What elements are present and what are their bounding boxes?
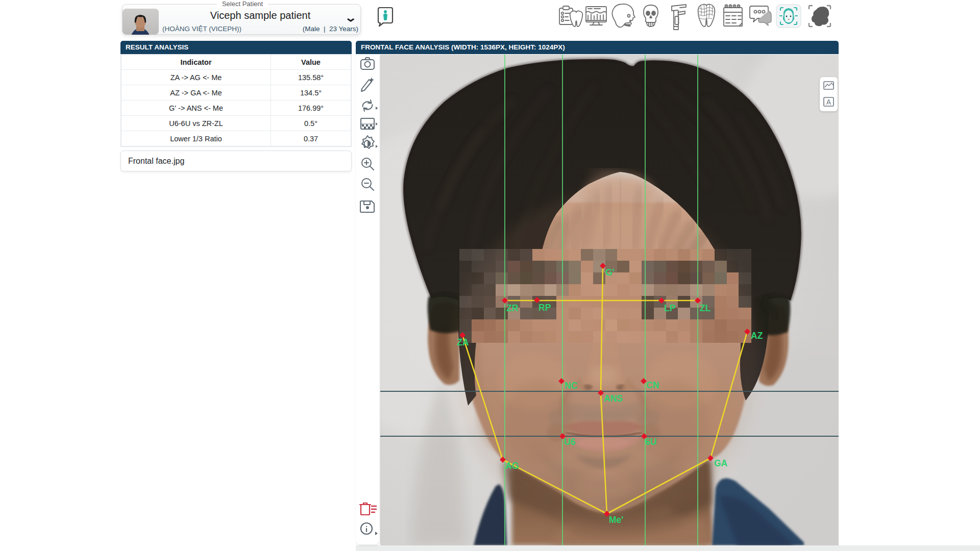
svg-text:NC: NC bbox=[565, 381, 578, 391]
svg-text:RP: RP bbox=[538, 303, 551, 313]
svg-text:U6: U6 bbox=[564, 437, 576, 447]
svg-text:Me': Me' bbox=[609, 515, 623, 525]
svg-text:AG: AG bbox=[505, 461, 519, 471]
svg-text:AZ: AZ bbox=[751, 331, 763, 341]
svg-text:GA: GA bbox=[714, 458, 728, 468]
svg-text:ZL: ZL bbox=[700, 303, 711, 313]
svg-text:ZR: ZR bbox=[506, 303, 519, 313]
svg-text:ZA: ZA bbox=[457, 337, 469, 347]
svg-text:6U: 6U bbox=[645, 437, 656, 447]
svg-text:CN: CN bbox=[646, 380, 659, 390]
svg-text:A: A bbox=[826, 98, 831, 106]
svg-text:G': G' bbox=[605, 267, 615, 278]
svg-text:LP: LP bbox=[664, 303, 676, 313]
svg-text:ANS: ANS bbox=[604, 393, 623, 404]
